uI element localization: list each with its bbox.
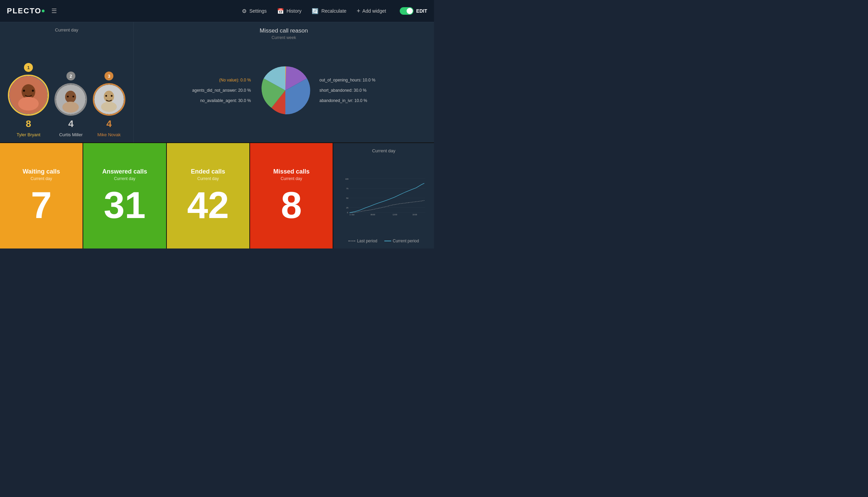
avatar-image-2 xyxy=(56,85,85,114)
rank-badge-3: 3 xyxy=(104,72,113,80)
svg-point-14 xyxy=(111,95,112,97)
legend-short-abandoned: short_abandoned: 30.0 % xyxy=(320,88,375,93)
hamburger-menu[interactable]: ☰ xyxy=(51,7,57,15)
agent-name-1: Tyler Bryant xyxy=(16,132,40,137)
edit-label: EDIT xyxy=(416,8,427,14)
svg-point-7 xyxy=(62,102,79,113)
avatar-image-1 xyxy=(10,76,47,114)
line-chart-svg: 100 75 50 25 0 2. Oct 06:00 12: xyxy=(340,157,427,237)
missed-calls-title: Missed calls xyxy=(273,168,310,175)
svg-point-11 xyxy=(104,91,114,102)
waiting-calls-title: Waiting calls xyxy=(23,168,60,175)
answered-calls-title: Answered calls xyxy=(102,168,147,175)
avatar-2 xyxy=(56,85,86,114)
svg-point-6 xyxy=(65,91,76,103)
agent-name-3: Mike Novak xyxy=(97,132,121,137)
recalculate-icon: 🔄 xyxy=(312,8,319,14)
svg-point-8 xyxy=(67,96,69,98)
top-row: Current day 1 xyxy=(0,22,434,142)
missed-calls-subtitle: Current day xyxy=(281,176,302,181)
current-period-line xyxy=(350,183,424,213)
edit-toggle[interactable] xyxy=(400,7,413,15)
avatar-3 xyxy=(94,85,124,114)
logo-dot xyxy=(42,10,45,12)
pie-chart-area: (No value): 0.0 % agents_did_not_answer:… xyxy=(142,43,425,137)
header: PLECTO ☰ ⚙ Settings 📅 History 🔄 Recalcul… xyxy=(0,0,434,22)
legend-out-hours: out_of_opening_hours: 10.0 % xyxy=(320,78,375,82)
leaderboard-panel: Current day 1 xyxy=(0,22,134,142)
agents-row: 1 8 xyxy=(7,38,126,137)
answered-calls-value: 31 xyxy=(104,186,146,224)
svg-text:06:00: 06:00 xyxy=(371,214,375,216)
waiting-calls-card: Waiting calls Current day 7 xyxy=(0,143,83,248)
svg-text:75: 75 xyxy=(346,188,348,190)
last-period-label: Last period xyxy=(357,239,377,243)
ended-calls-title: Ended calls xyxy=(191,168,225,175)
leaderboard-title: Current day xyxy=(55,27,78,33)
agent-3: 3 4 xyxy=(93,72,125,137)
avatar-ring-3 xyxy=(93,83,125,116)
answered-calls-subtitle: Current day xyxy=(114,176,136,181)
main-content: Current day 1 xyxy=(0,22,434,248)
missed-call-title: Missed call reason xyxy=(142,27,425,34)
svg-text:0: 0 xyxy=(347,212,348,214)
rank-badge-1: 1 xyxy=(24,63,33,72)
missed-calls-value: 8 xyxy=(281,186,302,224)
answered-calls-card: Answered calls Current day 31 xyxy=(83,143,166,248)
svg-text:50: 50 xyxy=(346,197,348,199)
svg-text:100: 100 xyxy=(345,178,349,180)
avatar-ring-1 xyxy=(8,75,49,116)
missed-call-subtitle: Current week xyxy=(142,35,425,40)
last-period-legend: Last period xyxy=(348,239,377,243)
waiting-calls-subtitle: Current day xyxy=(30,176,52,181)
legend-no-value: (No value): 0.0 % xyxy=(192,78,251,82)
agent-2: 2 4 Curtis Miller xyxy=(54,72,87,137)
logo-text: PLECTO xyxy=(7,7,41,15)
plus-icon: + xyxy=(357,8,360,15)
svg-text:25: 25 xyxy=(346,207,348,209)
last-period-line xyxy=(350,201,424,213)
svg-point-9 xyxy=(73,96,74,98)
agent-name-2: Curtis Miller xyxy=(59,132,83,137)
rank-badge-2: 2 xyxy=(66,72,75,80)
add-widget-nav[interactable]: + Add widget xyxy=(357,8,386,15)
dotted-legend-icon xyxy=(348,241,355,241)
pie-svg xyxy=(258,63,313,118)
agent-score-1: 8 xyxy=(26,118,31,129)
avatar-ring-2 xyxy=(54,83,87,116)
missed-call-panel: Missed call reason Current week (No valu… xyxy=(134,22,434,142)
settings-nav[interactable]: ⚙ Settings xyxy=(242,8,267,14)
ended-calls-card: Ended calls Current day 42 xyxy=(167,143,250,248)
settings-label: Settings xyxy=(249,8,267,14)
line-chart-panel: Current day 100 75 50 25 0 xyxy=(333,143,434,248)
pie-legend-right: out_of_opening_hours: 10.0 % short_aband… xyxy=(320,78,375,103)
recalculate-label: Recalculate xyxy=(321,8,346,14)
history-icon: 📅 xyxy=(277,8,284,14)
history-label: History xyxy=(287,8,302,14)
solid-legend-icon xyxy=(384,241,391,241)
svg-point-4 xyxy=(32,90,34,92)
svg-point-12 xyxy=(101,102,117,112)
edit-section: EDIT xyxy=(400,7,427,15)
legend-agents: agents_did_not_answer: 20.0 % xyxy=(192,88,251,93)
legend-no-agent: no_available_agent: 30.0 % xyxy=(192,98,251,103)
agent-score-3: 4 xyxy=(107,118,112,129)
history-nav[interactable]: 📅 History xyxy=(277,8,302,14)
svg-point-3 xyxy=(23,90,25,92)
add-widget-label: Add widget xyxy=(362,8,386,14)
line-chart: 100 75 50 25 0 2. Oct 06:00 12: xyxy=(340,157,427,237)
pie-legend-left: (No value): 0.0 % agents_did_not_answer:… xyxy=(192,78,251,103)
nav-bar: ⚙ Settings 📅 History 🔄 Recalculate + Add… xyxy=(242,7,427,15)
recalculate-nav[interactable]: 🔄 Recalculate xyxy=(312,8,346,14)
pie-chart xyxy=(258,63,313,118)
missed-calls-card: Missed calls Current day 8 xyxy=(250,143,333,248)
current-period-label: Current period xyxy=(393,239,419,243)
agent-score-2: 4 xyxy=(68,118,74,129)
svg-point-13 xyxy=(105,95,107,97)
waiting-calls-value: 7 xyxy=(31,186,52,224)
svg-text:12:00: 12:00 xyxy=(393,214,397,216)
avatar-1 xyxy=(9,76,48,114)
legend-abandoned-ivr: abandoned_in_ivr: 10.0 % xyxy=(320,98,375,103)
current-period-legend: Current period xyxy=(384,239,419,243)
avatar-image-3 xyxy=(95,85,124,114)
